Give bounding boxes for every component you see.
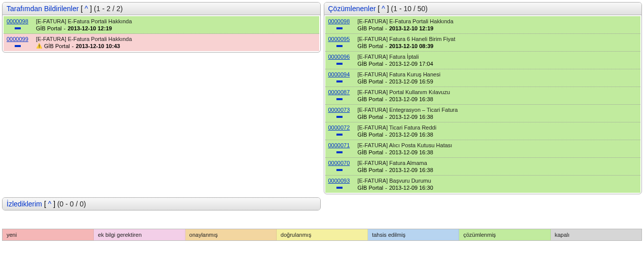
separator: - — [64, 25, 66, 31]
separator: - — [72, 43, 74, 49]
issue-id-link[interactable]: 0000095 — [328, 36, 358, 42]
issue-subline: GİB Portal - 2013-12-09 16:38 — [358, 149, 638, 155]
issue-main: [E-FATURA] E-Fatura Portali Hakkında⚠️Gİ… — [36, 36, 316, 49]
status-marker-icon — [336, 45, 343, 47]
status-marker-icon — [336, 134, 343, 136]
issue-id-link[interactable]: 0000098 — [328, 18, 358, 24]
issue-project: GİB Portal — [358, 149, 384, 155]
status-marker-icon — [336, 98, 343, 100]
issue-project: GİB Portal — [358, 78, 384, 84]
issue-id-link[interactable]: 0000093 — [328, 178, 358, 184]
panel-title-link[interactable]: Tarafımdan Bildirilenler — [7, 5, 79, 13]
issue-title: [E-FATURA] Fatura 6 Haneli Birim Fiyat — [358, 36, 638, 42]
collapse-icon[interactable]: ^ — [85, 5, 88, 13]
issue-date: 2013-12-09 16:38 — [389, 114, 433, 120]
issue-id-link[interactable]: 0000098 — [7, 18, 36, 24]
issue-main: [E-FATURA] Portal Kullanım KılavuzuGİB P… — [358, 89, 638, 102]
panel-header-watched: İzlediklerim [ ^ ] (0 - 0 / 0) — [3, 198, 320, 210]
separator: - — [385, 96, 387, 102]
issue-id-link[interactable]: 0000094 — [328, 71, 358, 77]
issue-row: 0000099[E-FATURA] E-Fatura Portali Hakkı… — [4, 34, 319, 51]
panel-resolved: Çözümlenenler [ ^ ] (1 - 10 / 50) 000009… — [324, 2, 642, 194]
issue-row: 0000070[E-FATURA] Fatura AlmamaGİB Porta… — [325, 158, 641, 176]
issue-date: 2013-12-10 08:39 — [389, 43, 433, 49]
issue-main: [E-FATURA] Fatura 6 Haneli Birim FiyatGİ… — [358, 36, 638, 49]
separator: - — [385, 149, 387, 155]
issue-project: GİB Portal — [358, 25, 384, 31]
issue-date: 2013-12-09 16:38 — [389, 96, 433, 102]
issue-title: [E-FATURA] Fatura Kuruş Hanesi — [358, 71, 638, 77]
issue-subline: GİB Portal - 2013-12-09 16:38 — [358, 132, 638, 138]
issue-subline: GİB Portal - 2013-12-09 16:38 — [358, 114, 638, 120]
status-marker-icon — [336, 116, 343, 118]
status-marker-icon — [336, 63, 343, 65]
legend-cell: kapalı — [551, 229, 641, 240]
separator: - — [385, 167, 387, 173]
panel-body-resolved: 0000098[E-FATURA] E-Fatura Portali Hakkı… — [324, 15, 642, 194]
issue-row: 0000098[E-FATURA] E-Fatura Portali Hakkı… — [4, 16, 319, 34]
issue-date: 2013-12-10 12:19 — [389, 25, 433, 31]
issue-main: [E-FATURA] Ticari Fatura ReddiGİB Portal… — [358, 124, 638, 138]
issue-subline: GİB Portal - 2013-12-09 17:04 — [358, 61, 638, 67]
issue-id-link[interactable]: 0000073 — [328, 107, 358, 113]
separator: - — [385, 132, 387, 138]
panel-body-reported: 0000098[E-FATURA] E-Fatura Portali Hakkı… — [3, 15, 320, 52]
issue-title: [E-FATURA] Entegrasyon – Ticari Fatura — [358, 107, 638, 113]
status-legend: yeniek bilgi gerektirenonaylanmışdoğrula… — [2, 229, 642, 241]
issue-subline: GİB Portal - 2013-12-09 16:30 — [358, 185, 638, 191]
separator: - — [385, 43, 387, 49]
issue-project: GİB Portal — [358, 114, 384, 120]
issue-date: 2013-12-09 17:04 — [389, 61, 433, 67]
panel-header-reported: Tarafımdan Bildirilenler [ ^ ] (1 - 2 / … — [3, 3, 320, 15]
separator: - — [385, 78, 387, 84]
panel-counts: (0 - 0 / 0) — [57, 200, 86, 208]
panel-title-link[interactable]: Çözümlenenler — [328, 5, 376, 13]
issue-id-link[interactable]: 0000099 — [7, 36, 36, 42]
issue-id-link[interactable]: 0000096 — [328, 54, 358, 60]
issue-project: GİB Portal — [358, 43, 384, 49]
issue-main: [E-FATURA] E-Fatura Portali HakkındaGİB … — [358, 18, 638, 31]
issue-main: [E-FATURA] Entegrasyon – Ticari FaturaGİ… — [358, 107, 638, 120]
issue-id-link[interactable]: 0000070 — [328, 160, 358, 166]
issue-title: [E-FATURA] Fatura Almama — [358, 160, 638, 166]
legend-cell: doğrulanmış — [277, 229, 368, 240]
status-marker-icon — [15, 27, 21, 29]
issue-date: 2013-12-09 16:38 — [389, 167, 433, 173]
separator: - — [385, 25, 387, 31]
issue-project: GİB Portal — [358, 185, 384, 191]
panel-counts: (1 - 10 / 50) — [391, 5, 428, 13]
issue-row: 0000098[E-FATURA] E-Fatura Portali Hakkı… — [325, 16, 641, 34]
issue-row: 0000071[E-FATURA] Alıcı Posta Kutusu Hat… — [325, 140, 641, 158]
issue-row: 0000096[E-FATURA] Fatura İptaliGİB Porta… — [325, 52, 641, 69]
issue-title: [E-FATURA] E-Fatura Portali Hakkında — [36, 36, 316, 42]
status-marker-icon — [15, 45, 21, 47]
separator: - — [385, 185, 387, 191]
issue-title: [E-FATURA] E-Fatura Portali Hakkında — [358, 18, 638, 24]
collapse-icon[interactable]: ^ — [382, 5, 385, 13]
issue-id-link[interactable]: 0000087 — [328, 89, 358, 95]
issue-main: [E-FATURA] Alıcı Posta Kutusu HatasıGİB … — [358, 142, 638, 155]
issue-project: GİB Portal — [358, 61, 384, 67]
issue-subline: GİB Portal - 2013-12-10 12:19 — [358, 25, 638, 31]
status-marker-icon — [336, 187, 343, 189]
issue-row: 0000073[E-FATURA] Entegrasyon – Ticari F… — [325, 105, 641, 122]
issue-row: 0000094[E-FATURA] Fatura Kuruş HanesiGİB… — [325, 69, 641, 87]
issue-subline: GİB Portal - 2013-12-09 16:38 — [358, 167, 638, 173]
issue-main: [E-FATURA] Fatura İptaliGİB Portal - 201… — [358, 54, 638, 67]
panel-title-link[interactable]: İzlediklerim — [7, 200, 42, 208]
issue-main: [E-FATURA] Fatura Kuruş HanesiGİB Portal… — [358, 71, 638, 84]
legend-cell: tahsis edilmiş — [368, 229, 459, 240]
issue-id-link[interactable]: 0000071 — [328, 142, 358, 148]
status-marker-icon — [336, 80, 343, 82]
issue-row: 0000093[E-FATURA] Başvuru DurumuGİB Port… — [325, 176, 641, 193]
legend-cell: ek bilgi gerektiren — [94, 229, 185, 240]
panel-reported: Tarafımdan Bildirilenler [ ^ ] (1 - 2 / … — [2, 2, 321, 53]
issue-title: [E-FATURA] Alıcı Posta Kutusu Hatası — [358, 142, 638, 148]
issue-id-link[interactable]: 0000072 — [328, 124, 358, 131]
issue-main: [E-FATURA] Başvuru DurumuGİB Portal - 20… — [358, 178, 638, 191]
status-marker-icon — [336, 27, 343, 29]
issue-date: 2013-12-09 16:38 — [389, 132, 433, 138]
issue-title: [E-FATURA] Fatura İptali — [358, 54, 638, 60]
issue-subline: ⚠️GİB Portal - 2013-12-10 10:43 — [36, 43, 316, 49]
legend-cell: yeni — [3, 229, 94, 240]
